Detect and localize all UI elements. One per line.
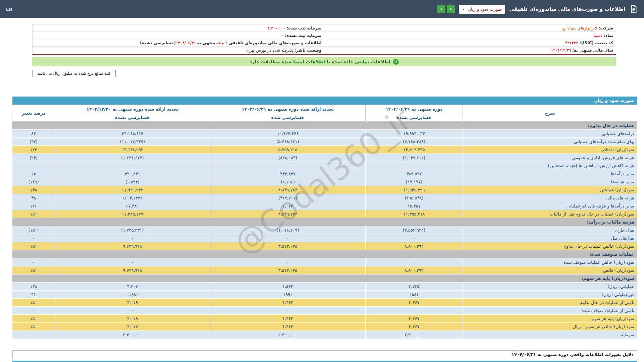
- navbar-right-group: اطلاعات و صورت‌های مالی میاندوره‌ای تلفی…: [437, 5, 638, 14]
- company-name-link[interactable]: لابراتوارهاي سينادارو: [562, 26, 597, 31]
- fiscal-year-value: ۱۴۰۴/۱۲/۲۹: [551, 48, 571, 53]
- value-restated-midyear: ۷,۰۷۲: [210, 202, 366, 210]
- statement-data-row: سود(زیان) خالص عملیات در حال تداوم۸,۸۰۰,…: [12, 242, 637, 250]
- value-current-period: (۱۹۵,۵۳۸): [366, 194, 463, 202]
- value-restated-midyear: (۹۹): [210, 291, 366, 299]
- value-current-period: ۳,۶۶۷: [366, 299, 463, 307]
- statement-data-row: ناشي از عملیات متوقف شده۰۰۰۰: [12, 307, 637, 315]
- units-note: کلیه مبالغ درج شده به میلیون ریال می باش…: [32, 70, 116, 77]
- value-restated-midyear: ۲۳۴,۸۴۷: [210, 170, 366, 178]
- percent-change: ۱۵۰: [12, 315, 55, 323]
- col-header-percent-change: درصد تغییر: [12, 105, 55, 122]
- navbar-left-group: EN: [6, 7, 12, 12]
- next-arrow-button[interactable]: ›: [447, 5, 455, 13]
- value-restated-yearend: ۴,۲۰۷: [55, 283, 210, 291]
- value-restated-yearend: ۱۱,۳۸۵,۱۷۹: [55, 210, 210, 218]
- language-toggle[interactable]: EN: [6, 7, 12, 12]
- symbol-cell: نماد: دسينا: [324, 33, 616, 39]
- row-label: غیرعملیاتي (ریال): [463, 291, 637, 299]
- row-label: سال‌های قبل: [463, 234, 637, 242]
- audit-status-current: حسابرسی نشده: [366, 113, 463, 122]
- percent-change: ۰: [12, 234, 55, 242]
- value-restated-midyear: ۱۰,۹۲۷,۶۷۶: [210, 130, 366, 138]
- info-row-isic: کد صنعت (ISIC): ۴۳۲۳۲۲ اطلاعات و صورت‌ها…: [33, 39, 616, 47]
- value-current-period: ۸,۸۰۰,۲۹۴: [366, 242, 463, 250]
- value-restated-yearend: (۶,۵۲۴): [55, 178, 210, 186]
- page-title: اطلاعات و صورت‌های مالی میاندوره‌ای تلفی…: [509, 6, 625, 12]
- value-current-period: ۳,۶۶۷: [366, 315, 463, 323]
- company-info-table: شرکت: لابراتوارهاي سينادارو سرمایه ثبت ش…: [32, 24, 616, 55]
- row-label: سود (زیان) خالص عملیات متوقف شده: [463, 258, 637, 266]
- prev-arrow-button[interactable]: ‹: [437, 5, 445, 13]
- row-label: سرمایه: [463, 331, 637, 339]
- value-restated-yearend: (۱,۷۴۵,۲۳۱): [55, 226, 210, 234]
- value-restated-yearend: ۰: [55, 307, 210, 315]
- value-restated-yearend: ۴,۰۱۷: [55, 323, 210, 331]
- company-cell: شرکت: لابراتوارهاي سينادارو: [324, 25, 616, 31]
- percent-change: ۸۳: [12, 130, 55, 138]
- percent-change: ۰: [12, 162, 55, 170]
- value-current-period: ۰: [366, 307, 463, 315]
- value-restated-yearend: ۴۲۰,۸۳۱: [55, 170, 210, 178]
- value-current-period: ۰: [366, 234, 463, 242]
- statement-data-row: غیرعملیاتي (ریال)(۵۸)(۹۹)(۱۸۸)۴۱: [12, 291, 637, 299]
- value-restated-yearend: ۲,۴۰۰,۰۰۰: [55, 331, 210, 339]
- changes-reasons-header: دلایل تغییرات اطلاعات واقعی دوره منتهی ب…: [12, 350, 637, 359]
- statement-data-row: هزینه های مالی(۱۹۵,۵۳۸)(۳۱۷,۷۱۱)(۶۰۳,۱۲۴…: [12, 194, 637, 202]
- registered-capital-label: سرمایه ثبت شده:: [286, 26, 321, 31]
- percent-change: ۳۸: [12, 194, 55, 202]
- info-icon: i: [393, 59, 399, 65]
- value-restated-yearend: (۱۱,۰۱۷,۳۲۷): [55, 138, 210, 146]
- percent-change: ۶۴: [12, 170, 55, 178]
- row-label: سود(زیان) عملیات در حال تداوم قبل از مال…: [463, 210, 637, 218]
- row-label: سایر درآمدها و هزینه های غیرعملیاتی: [463, 202, 637, 210]
- income-statement-table: شرح دوره منتهی به ۱۴۰۴/۰۶/۳۱ تجدید ارائه…: [12, 105, 637, 339]
- row-label: سود(زیان) ناخالص: [463, 146, 637, 154]
- symbol-link[interactable]: دسينا: [594, 33, 602, 38]
- symbol-label: نماد:: [604, 33, 613, 38]
- percent-change: ۴۱: [12, 291, 55, 299]
- value-current-period: ۲,۴۰۰,۰۰۰: [366, 331, 463, 339]
- issuer-status-cell: وضعیت ناشر: پذیرفته شده در بورس تهران: [33, 47, 324, 53]
- row-label: سود(زیان) خالص عملیات در حال تداوم: [463, 242, 637, 250]
- statement-data-row: سرمایه۲,۴۰۰,۰۰۰۲,۴۰۰,۰۰۰۲,۴۰۰,۰۰۰۰: [12, 331, 637, 339]
- value-restated-midyear: ۰: [210, 234, 366, 242]
- issuer-status-label: وضعیت ناشر:: [294, 48, 322, 53]
- statement-data-row: هزینه کاهش ارزش دریافتني ها (هزینه استثن…: [12, 162, 637, 170]
- statement-data-row: سود(زیان) ناخالص۱۲,۲۰۴,۷۴۵۵,۴۵۹,۲۱۵۱۳,۱۴…: [12, 146, 637, 154]
- value-restated-midyear: ۲,۴۰۰,۰۰۰: [210, 331, 366, 339]
- statement-section-row: عملیات در حال تداوم:: [12, 122, 637, 130]
- value-restated-yearend: ۱۱,۹۲۰,۹۲۲: [55, 186, 210, 194]
- percent-change: ۰: [12, 258, 55, 266]
- value-restated-yearend: ۲۴,۱۶۵,۶۱۹: [55, 130, 210, 138]
- period-suffix: (حسابرسی نشده): [140, 41, 176, 45]
- statement-type-value: صورت سود و زیان: [468, 7, 502, 12]
- value-current-period: ۳۸۴,۵۴۷: [366, 170, 463, 178]
- issuer-status-value: پذیرفته شده در بورس تهران: [246, 48, 293, 53]
- value-restated-midyear: ۱,۵۶۳: [210, 283, 366, 291]
- percent-change: ۱۵۱: [12, 266, 55, 275]
- alert-text: اطلاعات نمایش داده شده با اطلاعات امضا ش…: [250, 59, 390, 64]
- row-label: عملیاتي (ریال): [463, 283, 637, 291]
- row-label: درآمدهای عملیاتي: [463, 130, 637, 138]
- signature-match-alert: i اطلاعات نمایش داده شده با اطلاعات امضا…: [32, 57, 616, 66]
- period-date: ۱۴۰۴/۰۶/۳۱: [176, 41, 196, 45]
- statement-type-dropdown[interactable]: صورت سود و زیان ▾: [459, 5, 505, 14]
- value-restated-midyear: ۵,۴۵۹,۲۱۵: [210, 146, 366, 154]
- statement-data-row: سایر درآمدها۳۸۴,۵۴۷۲۳۴,۸۴۷۴۲۰,۸۳۱۶۴: [12, 170, 637, 178]
- section-label: هزینه مالیات بر درآمد:: [12, 218, 637, 226]
- header-row-periods: شرح دوره منتهی به ۱۴۰۴/۰۶/۳۱ تجدید ارائه…: [12, 105, 637, 113]
- value-restated-midyear: ۰: [210, 258, 366, 266]
- statement-data-row: سود(زیان) عملیات در حال تداوم قبل از مال…: [12, 210, 637, 218]
- statement-data-row: سال‌های قبل۰۰۰۰: [12, 234, 637, 242]
- percent-change: ۱۳۸: [12, 186, 55, 194]
- col-header-description: شرح: [463, 105, 637, 122]
- value-restated-yearend: (۱,۶۴۱,۶۷۷): [55, 154, 210, 162]
- value-restated-yearend: ۱۳,۱۴۸,۲۹۲: [55, 146, 210, 154]
- statement-data-row: سود(زیان) عملیاتي۱۱,۵۳۵,۴۹۹۴,۸۳۹,۷۸۳۱۱,۹…: [12, 186, 637, 194]
- value-restated-yearend: ۶۷,۳۸۱: [55, 202, 210, 210]
- value-restated-midyear: ۰: [210, 162, 366, 170]
- unregistered-capital-value: ۰: [281, 33, 283, 38]
- value-restated-midyear: ۰: [210, 307, 366, 315]
- section-label: سود(زیان) پایه هر سهم:: [12, 275, 637, 283]
